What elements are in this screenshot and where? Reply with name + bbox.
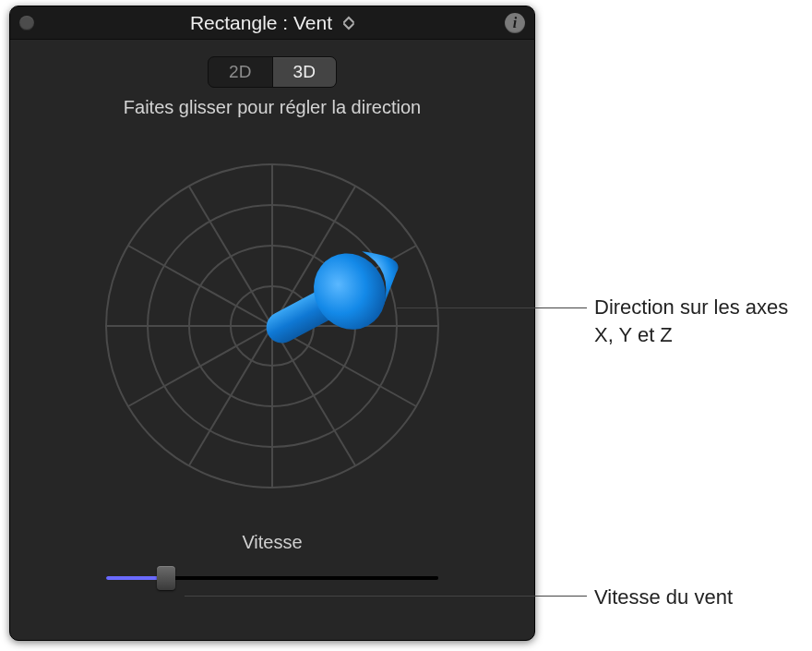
speed-slider[interactable] [106, 564, 438, 592]
direction-dial-svg [92, 146, 452, 506]
callout-direction: Direction sur les axes X, Y et Z [594, 294, 797, 348]
speed-label: Vitesse [10, 532, 534, 553]
direction-dial[interactable] [10, 146, 534, 506]
panel-title[interactable]: Rectangle : Vent [190, 12, 354, 34]
callout-line-speed [185, 596, 587, 597]
close-icon[interactable] [19, 16, 34, 30]
chevron-up-icon [343, 16, 354, 23]
callout-speed: Vitesse du vent [594, 584, 733, 611]
mode-2d-button[interactable]: 2D [209, 57, 272, 87]
slider-thumb[interactable] [157, 566, 175, 590]
chevron-down-icon [343, 23, 354, 30]
title-stepper[interactable] [343, 16, 354, 30]
direction-arrow[interactable] [250, 232, 416, 369]
hud-panel: Rectangle : Vent i 2D 3D Faites glisser … [9, 6, 535, 641]
info-icon[interactable]: i [505, 13, 525, 33]
callout-line-direction [397, 307, 587, 308]
mode-3d-button[interactable]: 3D [272, 57, 337, 87]
mode-segmented-control[interactable]: 2D 3D [208, 56, 337, 88]
panel-title-label: Rectangle : Vent [190, 12, 332, 34]
titlebar: Rectangle : Vent i [10, 6, 534, 40]
instruction-text: Faites glisser pour régler la direction [10, 97, 534, 118]
